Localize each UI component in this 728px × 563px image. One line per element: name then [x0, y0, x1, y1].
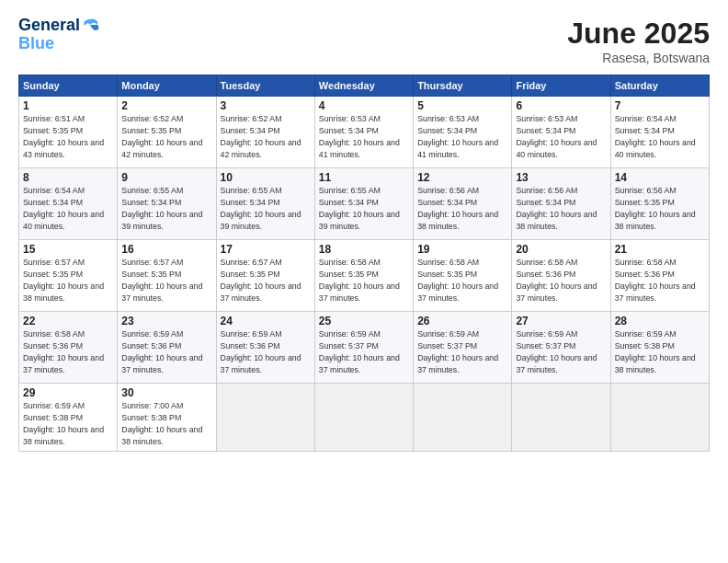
- col-saturday: Saturday: [610, 75, 709, 97]
- empty-cell-3: [414, 384, 512, 452]
- day-8: 8 Sunrise: 6:54 AMSunset: 5:34 PMDayligh…: [19, 168, 118, 240]
- day-11: 11 Sunrise: 6:55 AMSunset: 5:34 PMDaylig…: [314, 168, 413, 240]
- logo: General Blue: [18, 17, 100, 53]
- day-18: 18 Sunrise: 6:58 AMSunset: 5:35 PMDaylig…: [314, 240, 413, 312]
- header: General Blue June 2025 Rasesa, Botswana: [18, 17, 710, 65]
- day-30: 30 Sunrise: 7:00 AMSunset: 5:38 PMDaylig…: [118, 384, 216, 452]
- day-17: 17 Sunrise: 6:57 AMSunset: 5:35 PMDaylig…: [216, 240, 314, 312]
- day-3: 3 Sunrise: 6:52 AMSunset: 5:34 PMDayligh…: [216, 97, 314, 168]
- calendar-header-row: Sunday Monday Tuesday Wednesday Thursday…: [19, 75, 710, 97]
- calendar-week-3: 15 Sunrise: 6:57 AMSunset: 5:35 PMDaylig…: [19, 240, 710, 312]
- month-title: June 2025: [567, 17, 710, 51]
- day-14: 14 Sunrise: 6:56 AMSunset: 5:35 PMDaylig…: [610, 168, 709, 240]
- col-sunday: Sunday: [19, 75, 118, 97]
- empty-cell-5: [610, 384, 709, 452]
- day-23: 23 Sunrise: 6:59 AMSunset: 5:36 PMDaylig…: [118, 312, 216, 384]
- day-13: 13 Sunrise: 6:56 AMSunset: 5:34 PMDaylig…: [512, 168, 610, 240]
- day-15: 15 Sunrise: 6:57 AMSunset: 5:35 PMDaylig…: [19, 240, 118, 312]
- calendar-table: Sunday Monday Tuesday Wednesday Thursday…: [18, 75, 710, 452]
- day-28: 28 Sunrise: 6:59 AMSunset: 5:38 PMDaylig…: [610, 312, 709, 384]
- day-24: 24 Sunrise: 6:59 AMSunset: 5:36 PMDaylig…: [216, 312, 314, 384]
- calendar-week-4: 22 Sunrise: 6:58 AMSunset: 5:36 PMDaylig…: [19, 312, 710, 384]
- day-5: 5 Sunrise: 6:53 AMSunset: 5:34 PMDayligh…: [414, 97, 512, 168]
- location: Rasesa, Botswana: [567, 51, 710, 65]
- day-2: 2 Sunrise: 6:52 AMSunset: 5:35 PMDayligh…: [118, 97, 216, 168]
- day-25: 25 Sunrise: 6:59 AMSunset: 5:37 PMDaylig…: [314, 312, 413, 384]
- empty-cell-1: [216, 384, 314, 452]
- day-9: 9 Sunrise: 6:55 AMSunset: 5:34 PMDayligh…: [118, 168, 216, 240]
- day-19: 19 Sunrise: 6:58 AMSunset: 5:35 PMDaylig…: [414, 240, 512, 312]
- day-16: 16 Sunrise: 6:57 AMSunset: 5:35 PMDaylig…: [118, 240, 216, 312]
- day-7: 7 Sunrise: 6:54 AMSunset: 5:34 PMDayligh…: [610, 97, 709, 168]
- empty-cell-2: [314, 384, 413, 452]
- day-10: 10 Sunrise: 6:55 AMSunset: 5:34 PMDaylig…: [216, 168, 314, 240]
- logo-bird-icon: [81, 17, 99, 34]
- day-27: 27 Sunrise: 6:59 AMSunset: 5:37 PMDaylig…: [512, 312, 610, 384]
- title-block: June 2025 Rasesa, Botswana: [567, 17, 710, 65]
- day-1: 1 Sunrise: 6:51 AMSunset: 5:35 PMDayligh…: [19, 97, 118, 168]
- day-29: 29 Sunrise: 6:59 AMSunset: 5:38 PMDaylig…: [19, 384, 118, 452]
- page: General Blue June 2025 Rasesa, Botswana …: [0, 0, 728, 563]
- col-monday: Monday: [118, 75, 216, 97]
- day-6: 6 Sunrise: 6:53 AMSunset: 5:34 PMDayligh…: [512, 97, 610, 168]
- day-20: 20 Sunrise: 6:58 AMSunset: 5:36 PMDaylig…: [512, 240, 610, 312]
- calendar-week-5: 29 Sunrise: 6:59 AMSunset: 5:38 PMDaylig…: [19, 384, 710, 452]
- calendar-week-2: 8 Sunrise: 6:54 AMSunset: 5:34 PMDayligh…: [19, 168, 710, 240]
- logo-blue: Blue: [18, 34, 54, 52]
- day-21: 21 Sunrise: 6:58 AMSunset: 5:36 PMDaylig…: [610, 240, 709, 312]
- empty-cell-4: [512, 384, 610, 452]
- col-tuesday: Tuesday: [216, 75, 314, 97]
- col-friday: Friday: [512, 75, 610, 97]
- day-4: 4 Sunrise: 6:53 AMSunset: 5:34 PMDayligh…: [314, 97, 413, 168]
- col-thursday: Thursday: [414, 75, 512, 97]
- day-22: 22 Sunrise: 6:58 AMSunset: 5:36 PMDaylig…: [19, 312, 118, 384]
- logo-general: General: [18, 17, 80, 35]
- day-12: 12 Sunrise: 6:56 AMSunset: 5:34 PMDaylig…: [414, 168, 512, 240]
- day-26: 26 Sunrise: 6:59 AMSunset: 5:37 PMDaylig…: [414, 312, 512, 384]
- col-wednesday: Wednesday: [314, 75, 413, 97]
- calendar-week-1: 1 Sunrise: 6:51 AMSunset: 5:35 PMDayligh…: [19, 97, 710, 168]
